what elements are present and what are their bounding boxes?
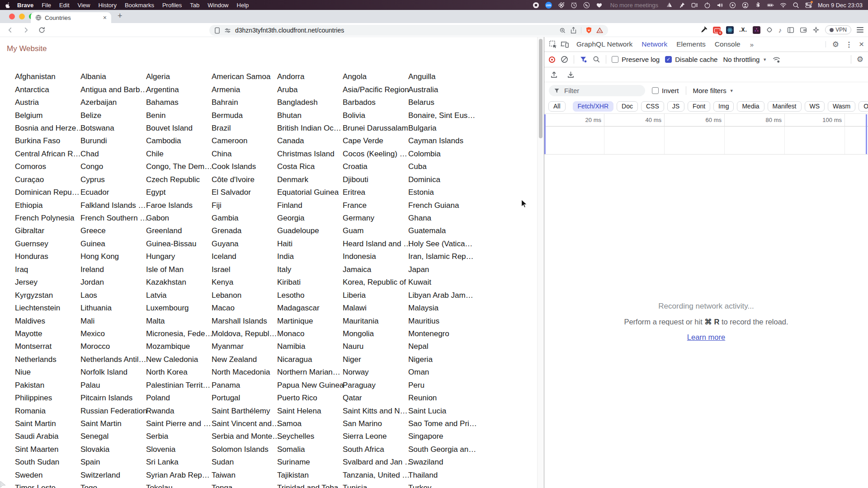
filter-icon[interactable] bbox=[580, 56, 587, 63]
invert-toggle[interactable]: Invert bbox=[652, 87, 679, 94]
device-toolbar-icon[interactable] bbox=[560, 40, 569, 48]
control-center-icon[interactable] bbox=[805, 2, 812, 9]
search-icon[interactable] bbox=[793, 2, 799, 9]
chip-manifest[interactable]: Manifest bbox=[768, 101, 802, 112]
chip-css[interactable]: CSS bbox=[641, 101, 664, 112]
chip-js[interactable]: JS bbox=[667, 101, 684, 112]
devtools-tab-elements[interactable]: Elements bbox=[672, 40, 710, 48]
browser-menu-icon[interactable] bbox=[857, 27, 863, 33]
disable-cache-toggle[interactable]: ✓ Disable cache bbox=[665, 56, 717, 63]
throttling-dropdown[interactable]: No throttling ▼ bbox=[723, 56, 767, 63]
devtools-tab-console[interactable]: Console bbox=[710, 40, 745, 48]
react-devtools-icon[interactable] bbox=[726, 26, 734, 34]
back-button[interactable] bbox=[6, 26, 14, 34]
heart-icon[interactable] bbox=[596, 2, 603, 9]
pin-icon[interactable] bbox=[679, 2, 685, 9]
wifi-icon[interactable] bbox=[780, 2, 787, 9]
clock-icon[interactable] bbox=[571, 2, 577, 9]
power-icon[interactable] bbox=[704, 2, 711, 9]
menu-file[interactable]: File bbox=[38, 2, 55, 9]
close-window-button[interactable] bbox=[9, 14, 15, 19]
zoom-in-icon[interactable] bbox=[559, 27, 566, 34]
preserve-log-toggle[interactable]: Preserve log bbox=[612, 56, 660, 63]
search-icon[interactable] bbox=[593, 56, 600, 63]
mail-extension-icon[interactable]: 6 bbox=[713, 27, 721, 33]
timeline-ruler[interactable]: 20 ms40 ms60 ms80 ms100 ms bbox=[544, 114, 868, 127]
reading-list-icon[interactable] bbox=[214, 27, 220, 34]
devtools-tab-graphql-network[interactable]: GraphQL Network bbox=[572, 40, 637, 48]
bluetooth-icon[interactable] bbox=[755, 2, 761, 9]
chip-ws[interactable]: WS bbox=[805, 101, 825, 112]
chip-img[interactable]: Img bbox=[713, 101, 734, 112]
network-settings-icon[interactable]: ⚙ bbox=[857, 55, 863, 64]
x-app-icon[interactable]: .X. bbox=[739, 27, 747, 33]
address-bar[interactable]: d3hzn3tyfnt3th.cloudfront.net/countries bbox=[209, 25, 608, 36]
new-tab-button[interactable]: + bbox=[118, 11, 123, 21]
page-scrollbar[interactable] bbox=[537, 37, 544, 488]
filter-input[interactable]: Filter bbox=[549, 85, 645, 96]
browser-tab-countries[interactable]: Countries × bbox=[31, 12, 111, 23]
devtools-tab-network[interactable]: Network bbox=[637, 40, 672, 48]
menu-help[interactable]: Help bbox=[233, 2, 253, 9]
battery-icon[interactable] bbox=[767, 2, 774, 9]
more-filters-dropdown[interactable]: More filters ▼ bbox=[693, 87, 734, 94]
user-icon[interactable] bbox=[742, 2, 749, 9]
shape-extension-icon[interactable] bbox=[766, 26, 773, 33]
stage-manager-icon[interactable] bbox=[691, 2, 698, 9]
export-har-icon[interactable] bbox=[567, 71, 575, 79]
tab-close-icon[interactable]: × bbox=[103, 14, 107, 21]
invert-checkbox[interactable] bbox=[652, 87, 659, 94]
chip-fetch-xhr[interactable]: Fetch/XHR bbox=[573, 101, 613, 112]
menu-view[interactable]: View bbox=[74, 2, 94, 9]
learn-more-link[interactable]: Learn more bbox=[687, 333, 725, 342]
timeline-right-handle[interactable] bbox=[866, 114, 867, 154]
devtools-close-icon[interactable]: × bbox=[859, 39, 864, 49]
viber-icon[interactable] bbox=[583, 2, 590, 9]
theme-extension-icon[interactable] bbox=[753, 26, 760, 34]
music-extension-icon[interactable]: ♪ bbox=[778, 26, 782, 34]
more-tabs-icon[interactable]: » bbox=[748, 41, 756, 48]
site-settings-icon[interactable] bbox=[224, 27, 231, 34]
clear-icon[interactable] bbox=[561, 56, 568, 63]
inspect-element-icon[interactable] bbox=[548, 40, 557, 49]
chip-other[interactable]: Other bbox=[859, 101, 868, 112]
preserve-log-checkbox[interactable] bbox=[612, 56, 618, 63]
chip-media[interactable]: Media bbox=[737, 101, 764, 112]
disable-cache-checkbox[interactable]: ✓ bbox=[665, 56, 672, 63]
play-icon[interactable] bbox=[729, 2, 736, 9]
color-picker-icon[interactable] bbox=[700, 26, 708, 33]
chip-wasm[interactable]: Wasm bbox=[828, 101, 855, 112]
meetings-status-text[interactable]: No more meetings bbox=[609, 2, 660, 9]
devtools-kebab-icon[interactable]: ⋮ bbox=[845, 40, 853, 49]
menubar-clock[interactable]: Mon 9 Dec 23:03 bbox=[818, 2, 863, 9]
devtools-settings-icon[interactable]: ⚙ bbox=[832, 40, 839, 49]
warning-triangle-icon[interactable] bbox=[596, 27, 603, 33]
zoom-app-icon[interactable]: zm bbox=[545, 2, 552, 9]
volume-icon[interactable] bbox=[717, 2, 723, 9]
shortcuts-icon[interactable] bbox=[558, 2, 565, 9]
timeline-overview[interactable] bbox=[544, 127, 868, 155]
sidebar-toggle-icon[interactable] bbox=[787, 27, 794, 33]
chip-font[interactable]: Font bbox=[688, 101, 710, 112]
chip-all[interactable]: All bbox=[548, 101, 566, 112]
vpn-button[interactable]: VPN bbox=[825, 25, 851, 34]
menu-profiles[interactable]: Profiles bbox=[158, 2, 186, 9]
origami-icon[interactable] bbox=[666, 2, 673, 9]
scrollbar-thumb[interactable] bbox=[539, 39, 542, 138]
menu-tab[interactable]: Tab bbox=[186, 2, 203, 9]
import-har-icon[interactable] bbox=[550, 71, 558, 79]
forward-button[interactable] bbox=[22, 26, 30, 34]
menu-history[interactable]: History bbox=[94, 2, 120, 9]
chip-doc[interactable]: Doc bbox=[617, 101, 638, 112]
menu-edit[interactable]: Edit bbox=[55, 2, 73, 9]
network-conditions-icon[interactable] bbox=[772, 56, 781, 63]
wallet-icon[interactable] bbox=[800, 27, 807, 33]
menu-window[interactable]: Window bbox=[203, 2, 232, 9]
spark-icon[interactable] bbox=[812, 26, 820, 33]
timeline-left-handle[interactable] bbox=[544, 114, 546, 154]
menu-brave[interactable]: Brave bbox=[13, 2, 38, 9]
reload-button[interactable] bbox=[38, 26, 46, 34]
minimize-window-button[interactable] bbox=[19, 14, 25, 19]
record-stop-icon[interactable] bbox=[549, 56, 555, 63]
menu-bookmarks[interactable]: Bookmarks bbox=[121, 2, 158, 9]
